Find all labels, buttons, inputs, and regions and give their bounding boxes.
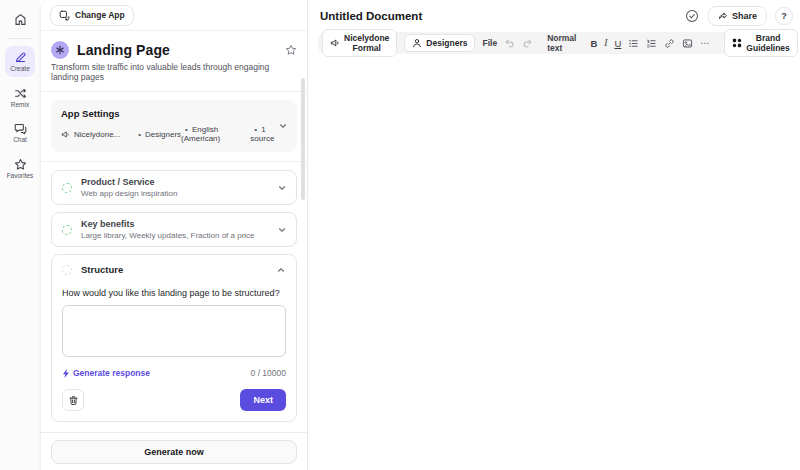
change-app-button[interactable]: Change App <box>50 5 134 26</box>
voice-name: Nicelydone... <box>74 130 120 139</box>
rail-item-home[interactable] <box>5 8 35 30</box>
chevron-down-icon <box>277 183 287 193</box>
step-status-icon <box>62 225 72 235</box>
app-settings-title: App Settings <box>61 108 287 119</box>
voice-meta: Nicelydone... <box>61 130 120 139</box>
favorite-star-icon[interactable] <box>285 44 297 56</box>
delete-button[interactable] <box>62 389 84 411</box>
app-title-row: Landing Page <box>51 41 297 59</box>
chat-icon <box>14 122 27 135</box>
more-options-button[interactable]: ⋯ <box>700 38 710 48</box>
undo-icon[interactable] <box>504 38 515 49</box>
lightning-icon <box>62 369 70 378</box>
step-subtitle: Web app design inspiration <box>81 189 177 198</box>
app-panel: Change App Landing Page Transform site t… <box>40 0 308 470</box>
paragraph-style-selector[interactable]: Normal text <box>547 33 576 53</box>
document-canvas[interactable] <box>308 54 800 454</box>
brand-guidelines-button[interactable]: Brand Guidelines <box>724 29 797 57</box>
rail-item-label: Chat <box>13 137 27 144</box>
ordered-list-icon[interactable] <box>646 38 657 49</box>
meta-audience: Designers <box>134 130 181 139</box>
structure-card: Structure How would you like this landin… <box>51 254 297 422</box>
audience-selector-label: Designers <box>426 38 467 48</box>
bold-button[interactable]: B <box>590 38 597 49</box>
step-status-icon <box>62 183 72 193</box>
help-button[interactable]: ? <box>775 7 793 25</box>
structure-actions: Next <box>62 389 286 411</box>
document-area: Untitled Document Share ? Nicelydone For… <box>308 0 800 470</box>
rail-item-create[interactable]: Create <box>5 46 35 77</box>
document-title: Untitled Document <box>320 10 685 22</box>
home-icon <box>14 13 27 26</box>
generate-now-button[interactable]: Generate now <box>51 440 297 464</box>
voice-selector-button[interactable]: Nicelydone Formal <box>322 29 397 57</box>
link-icon[interactable] <box>664 38 675 49</box>
share-icon <box>718 11 728 21</box>
char-counter: 0 / 10000 <box>251 368 286 378</box>
change-app-label: Change App <box>75 10 125 20</box>
generate-response-link[interactable]: Generate response <box>62 368 150 378</box>
meta-language: English (American) <box>181 125 250 143</box>
left-rail: Create Remix Chat Favorites <box>0 0 40 470</box>
rail-divider <box>8 38 32 39</box>
file-menu[interactable]: File <box>482 38 497 48</box>
shuffle-icon <box>14 87 27 100</box>
app-switch-icon <box>59 10 70 21</box>
voice-selector-label: Nicelydone Formal <box>344 33 389 53</box>
voice-icon <box>61 130 70 139</box>
panel-body: Landing Page Transform site traffic into… <box>41 31 307 470</box>
panel-footer: Generate now <box>41 432 307 470</box>
step-subtitle: Large library, Weekly updates, Fraction … <box>81 231 255 240</box>
app-description: Transform site traffic into valuable lea… <box>51 62 297 82</box>
pencil-icon <box>14 51 27 64</box>
app-settings-card[interactable]: App Settings Nicelydone... Designers Eng… <box>51 100 297 152</box>
document-header: Untitled Document Share ? <box>308 0 800 31</box>
rail-item-favorites[interactable]: Favorites <box>5 153 35 184</box>
page-title: Landing Page <box>77 42 277 58</box>
chevron-down-icon <box>278 121 288 131</box>
bullet-list-icon[interactable] <box>628 38 639 49</box>
rail-item-chat[interactable]: Chat <box>5 117 35 148</box>
image-icon[interactable] <box>682 38 693 49</box>
saved-check-icon <box>685 9 699 23</box>
structure-input[interactable] <box>62 305 286 357</box>
step-title: Structure <box>81 264 123 275</box>
generate-row: Generate response 0 / 10000 <box>62 368 286 378</box>
panel-scrollbar[interactable] <box>301 78 305 200</box>
step-title: Product / Service <box>81 177 177 187</box>
brand-pattern-icon <box>732 38 742 48</box>
editor-toolbar: Nicelydone Formal Designers File Normal … <box>318 32 795 54</box>
product-service-card[interactable]: Product / Service Web app design inspira… <box>51 170 297 205</box>
brand-guidelines-label: Brand Guidelines <box>746 33 789 53</box>
step-status-icon <box>62 265 72 275</box>
audience-selector-button[interactable]: Designers <box>404 34 475 52</box>
share-button[interactable]: Share <box>708 6 767 26</box>
chevron-up-icon <box>276 265 286 275</box>
rail-item-label: Favorites <box>7 173 34 180</box>
rail-item-label: Create <box>10 66 30 73</box>
trash-icon <box>68 395 79 406</box>
structure-header[interactable]: Structure <box>62 264 286 275</box>
next-button[interactable]: Next <box>240 389 286 411</box>
structure-question: How would you like this landing page to … <box>62 288 286 298</box>
generate-response-label: Generate response <box>73 368 150 378</box>
redo-icon[interactable] <box>522 38 533 49</box>
app-settings-meta: Nicelydone... Designers English (America… <box>61 125 287 143</box>
panel-header: Change App <box>41 0 307 31</box>
chevron-down-icon <box>277 225 287 235</box>
rail-item-label: Remix <box>11 102 29 109</box>
share-label: Share <box>732 11 757 21</box>
step-title: Key benefits <box>81 219 255 229</box>
landing-page-app-icon <box>51 41 69 59</box>
rail-item-remix[interactable]: Remix <box>5 82 35 113</box>
italic-button[interactable]: I <box>604 38 607 48</box>
star-icon <box>14 158 27 171</box>
divider <box>41 91 307 92</box>
underline-button[interactable]: U <box>614 38 621 49</box>
voice-icon <box>330 38 340 48</box>
key-benefits-card[interactable]: Key benefits Large library, Weekly updat… <box>51 212 297 247</box>
person-icon <box>412 38 422 48</box>
